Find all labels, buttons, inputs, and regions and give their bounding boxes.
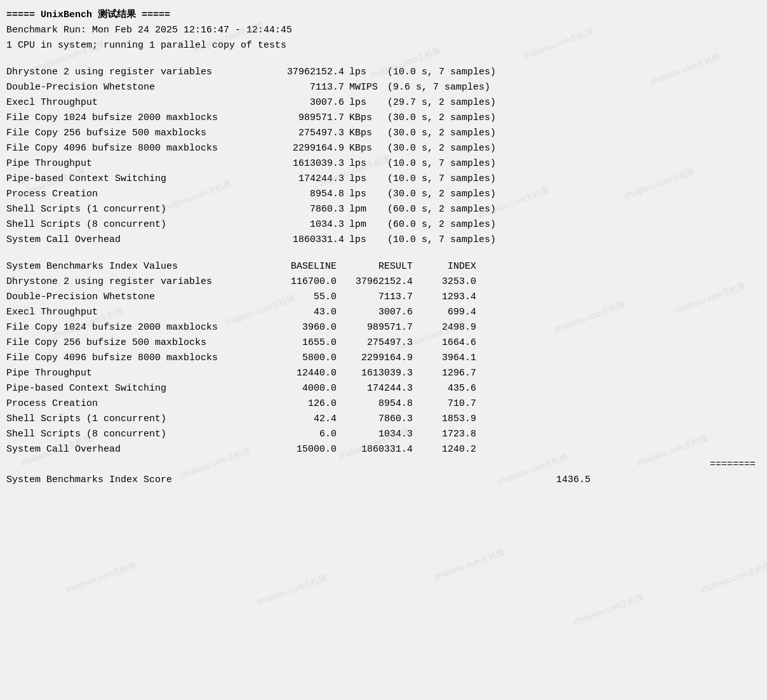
index-result-name: System Call Overhead: [6, 442, 273, 457]
raw-result-row: System Call Overhead1860331.4lps(10.0 s,…: [6, 232, 761, 248]
raw-result-row: File Copy 1024 bufsize 2000 maxblocks989…: [6, 111, 761, 126]
index-result-index: 3964.1: [425, 351, 476, 366]
raw-result-value: 37962152.4: [273, 65, 349, 80]
raw-result-row: Pipe Throughput1613039.3lps(10.0 s, 7 sa…: [6, 156, 761, 172]
index-result-result: 37962152.4: [349, 274, 425, 290]
index-result-row: Shell Scripts (8 concurrent)6.01034.3172…: [6, 427, 761, 442]
index-result-row: File Copy 1024 bufsize 2000 maxblocks396…: [6, 320, 761, 335]
raw-result-value: 1860331.4: [273, 232, 349, 248]
index-result-baseline: 42.4: [273, 412, 349, 427]
raw-result-name: Execl Throughput: [6, 95, 273, 111]
raw-result-unit: KBps: [349, 111, 387, 126]
index-col-name-header: System Benchmarks Index Values: [6, 259, 273, 274]
raw-result-value: 275497.3: [273, 126, 349, 141]
watermark-21: zhuijisou.com主机搜: [254, 572, 328, 608]
index-result-baseline: 126.0: [273, 396, 349, 412]
separator-row: ========: [6, 457, 761, 473]
raw-result-timing: (10.0 s, 7 samples): [387, 232, 496, 248]
index-result-result: 174244.3: [349, 381, 425, 396]
raw-result-value: 7860.3: [273, 202, 349, 217]
raw-result-unit: lps: [349, 172, 387, 187]
raw-result-row: Shell Scripts (1 concurrent)7860.3lpm(60…: [6, 202, 761, 217]
raw-result-row: Double-Precision Whetstone7113.7MWIPS(9.…: [6, 80, 761, 95]
index-result-result: 1034.3: [349, 427, 425, 442]
raw-result-value: 8954.8: [273, 187, 349, 202]
raw-result-row: Process Creation8954.8lps(30.0 s, 2 samp…: [6, 187, 761, 202]
watermark-22: zhuijisou.com主机搜: [432, 546, 506, 582]
index-result-result: 1613039.3: [349, 366, 425, 381]
index-result-row: Double-Precision Whetstone55.07113.71293…: [6, 290, 761, 305]
index-result-index: 1293.4: [425, 290, 476, 305]
index-result-row: Pipe-based Context Switching4000.0174244…: [6, 381, 761, 396]
index-result-name: Shell Scripts (1 concurrent): [6, 412, 273, 427]
index-result-index: 435.6: [425, 381, 476, 396]
index-result-row: Pipe Throughput12440.01613039.31296.7: [6, 366, 761, 381]
index-result-index: 699.4: [425, 305, 476, 320]
raw-result-name: System Call Overhead: [6, 232, 273, 248]
raw-result-row: Execl Throughput3007.6lps(29.7 s, 2 samp…: [6, 95, 761, 111]
raw-result-value: 174244.3: [273, 172, 349, 187]
index-result-baseline: 5800.0: [273, 351, 349, 366]
index-col-result-header: RESULT: [349, 259, 425, 274]
index-result-baseline: 43.0: [273, 305, 349, 320]
raw-result-timing: (30.0 s, 2 samples): [387, 141, 496, 156]
index-result-index: 1240.2: [425, 442, 476, 457]
final-score-value: 1436.5: [527, 473, 590, 488]
index-result-result: 2299164.9: [349, 351, 425, 366]
index-table-header: System Benchmarks Index ValuesBASELINERE…: [6, 259, 761, 274]
raw-result-unit: KBps: [349, 141, 387, 156]
raw-result-value: 1034.3: [273, 217, 349, 232]
raw-result-unit: lps: [349, 232, 387, 248]
index-result-result: 989571.7: [349, 320, 425, 335]
raw-result-unit: lpm: [349, 202, 387, 217]
index-result-index: 1296.7: [425, 366, 476, 381]
index-result-baseline: 1655.0: [273, 335, 349, 351]
raw-result-row: File Copy 256 bufsize 500 maxblocks27549…: [6, 126, 761, 141]
raw-result-name: Pipe-based Context Switching: [6, 172, 273, 187]
page: zhuijisou.com主机搜zhuijisou.com主机搜zhuijiso…: [0, 0, 767, 700]
index-col-index-header: INDEX: [425, 259, 476, 274]
index-result-result: 1860331.4: [349, 442, 425, 457]
index-result-name: Double-Precision Whetstone: [6, 290, 273, 305]
raw-result-timing: (10.0 s, 7 samples): [387, 65, 496, 80]
run-line: Benchmark Run: Mon Feb 24 2025 12:16:47 …: [6, 23, 761, 38]
raw-result-name: Shell Scripts (1 concurrent): [6, 202, 273, 217]
raw-result-timing: (29.7 s, 2 samples): [387, 95, 496, 111]
raw-result-timing: (30.0 s, 2 samples): [387, 187, 496, 202]
index-table-section: System Benchmarks Index ValuesBASELINERE…: [6, 259, 761, 457]
separator-text: ========: [710, 457, 756, 473]
index-result-index: 2498.9: [425, 320, 476, 335]
raw-result-value: 3007.6: [273, 95, 349, 111]
raw-result-name: Double-Precision Whetstone: [6, 80, 273, 95]
index-result-name: Pipe-based Context Switching: [6, 381, 273, 396]
index-result-baseline: 4000.0: [273, 381, 349, 396]
index-result-baseline: 55.0: [273, 290, 349, 305]
index-result-index: 1723.8: [425, 427, 476, 442]
raw-result-unit: lps: [349, 65, 387, 80]
index-result-name: Execl Throughput: [6, 305, 273, 320]
index-result-row: Shell Scripts (1 concurrent)42.47860.318…: [6, 412, 761, 427]
index-result-name: Process Creation: [6, 396, 273, 412]
index-result-index: 3253.0: [425, 274, 476, 290]
raw-result-name: File Copy 256 bufsize 500 maxblocks: [6, 126, 273, 141]
index-result-baseline: 6.0: [273, 427, 349, 442]
raw-result-name: File Copy 4096 bufsize 8000 maxblocks: [6, 141, 273, 156]
final-score-label: System Benchmarks Index Score: [6, 473, 527, 488]
title-line: ===== UnixBench 测试结果 =====: [6, 8, 761, 23]
raw-result-timing: (60.0 s, 2 samples): [387, 202, 496, 217]
raw-result-timing: (30.0 s, 2 samples): [387, 111, 496, 126]
raw-result-row: Dhrystone 2 using register variables3796…: [6, 65, 761, 80]
index-result-name: Pipe Throughput: [6, 366, 273, 381]
index-result-row: File Copy 4096 bufsize 8000 maxblocks580…: [6, 351, 761, 366]
index-result-name: Dhrystone 2 using register variables: [6, 274, 273, 290]
index-result-result: 3007.6: [349, 305, 425, 320]
index-result-row: Process Creation126.08954.8710.7: [6, 396, 761, 412]
index-result-baseline: 12440.0: [273, 366, 349, 381]
final-score-row: System Benchmarks Index Score 1436.5: [6, 473, 761, 488]
raw-result-row: File Copy 4096 bufsize 8000 maxblocks229…: [6, 141, 761, 156]
index-result-index: 1853.9: [425, 412, 476, 427]
index-result-row: Dhrystone 2 using register variables1167…: [6, 274, 761, 290]
raw-result-name: Shell Scripts (8 concurrent): [6, 217, 273, 232]
index-col-baseline-header: BASELINE: [273, 259, 349, 274]
raw-result-value: 2299164.9: [273, 141, 349, 156]
